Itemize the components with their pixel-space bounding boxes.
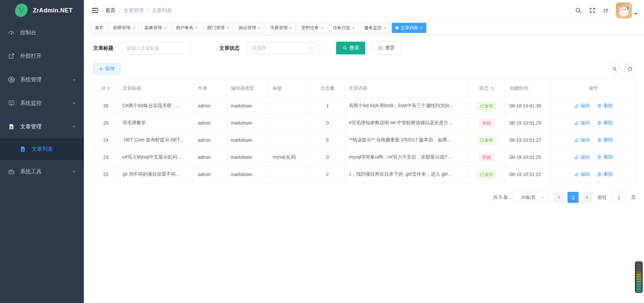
tab-post[interactable]: 岗位管理× (235, 23, 264, 33)
trash-icon (597, 103, 602, 108)
sidebar-item-dashboard[interactable]: 控制台 (0, 21, 84, 44)
sidebar-item-article-admin[interactable]: 文章管理 (0, 115, 84, 138)
sort-icon[interactable] (491, 85, 494, 92)
sort-icon[interactable] (107, 85, 110, 92)
column-header-author: 作者 (194, 80, 227, 97)
user-menu[interactable] (616, 2, 637, 18)
font-size-icon[interactable]: TT (603, 8, 608, 13)
sidebar-collapse-icon[interactable] (91, 7, 99, 14)
sidebar-item-external[interactable]: 外部打开 (0, 44, 84, 68)
tab-menu[interactable]: 菜单管理× (141, 23, 170, 33)
close-icon[interactable]: × (420, 26, 423, 30)
column-header-created: 创建时间 (505, 80, 552, 97)
tab-article-list-active[interactable]: 文章列表× (392, 23, 426, 33)
scroll-indicator[interactable] (635, 261, 643, 293)
navbar-actions: TT (575, 2, 637, 18)
fullscreen-icon[interactable] (589, 7, 596, 14)
delete-button[interactable]: 删除 (597, 154, 613, 160)
search-button[interactable]: 搜索 (336, 42, 365, 54)
edit-button[interactable]: 编辑 (574, 154, 590, 160)
tab-home[interactable]: 首页 (91, 23, 107, 33)
cell-operation: 编辑 删除 (552, 115, 636, 132)
cell-hits: 1 (311, 97, 345, 115)
close-icon[interactable]: × (132, 26, 135, 30)
cell-created: 08-19 10:51:22 (505, 166, 552, 183)
scroll-indicator-stripes (636, 262, 641, 292)
delete-button[interactable]: 删除 (597, 103, 613, 109)
edit-icon (574, 155, 579, 160)
close-icon[interactable]: × (321, 26, 324, 30)
page-size-select[interactable]: 20条/页 (513, 192, 549, 203)
column-header-content: 文章内容 (345, 80, 468, 97)
tab-permission[interactable]: 权限管理× (109, 23, 139, 33)
cell-author: admin (194, 149, 227, 166)
delete-button[interactable]: 删除 (597, 120, 613, 126)
column-header-id[interactable]: id (94, 80, 118, 97)
tab-scheduled-task[interactable]: 定时任务× (298, 23, 327, 33)
column-header-title: 文章标题 (118, 80, 194, 97)
cell-title: .NET Core 发布时提示.NET... (118, 132, 194, 149)
tab-dict[interactable]: 字典管理× (266, 23, 296, 33)
page-number-current[interactable]: 1 (568, 192, 579, 203)
cell-tag: mysql,乱码 (269, 149, 311, 166)
cell-editor: markdown (227, 149, 269, 166)
close-icon[interactable]: × (384, 26, 386, 30)
column-header-editor: 编辑器类型 (227, 80, 269, 97)
delete-button[interactable]: 删除 (597, 171, 613, 177)
edit-button[interactable]: 编辑 (574, 137, 590, 143)
close-icon[interactable]: × (227, 26, 229, 30)
tab-department[interactable]: 部门管理× (204, 23, 233, 33)
sidebar-item-article-list-active[interactable]: 文章列表 (0, 138, 84, 160)
app-title: ZrAdmin.NET (33, 7, 72, 14)
reset-button[interactable]: 重置 (372, 42, 401, 54)
sidebar-item-system-monitor[interactable]: 系统监控 (0, 91, 84, 115)
sidebar-item-label: 系统管理 (20, 76, 72, 83)
svg-text:V: V (19, 6, 24, 15)
goto-page-input[interactable] (611, 192, 626, 203)
tab-service-monitor[interactable]: 服务监控× (361, 23, 390, 33)
search-icon[interactable] (575, 7, 582, 14)
article-status-select[interactable]: 请选择 (248, 42, 319, 54)
cell-hits: 2 (311, 166, 345, 183)
close-icon[interactable]: × (258, 26, 261, 30)
sidebar-item-system-admin[interactable]: 系统管理 (0, 68, 84, 91)
cell-created: 08-19 10:51:29 (505, 115, 552, 132)
show-search-button[interactable] (609, 63, 620, 75)
cell-author: admin (194, 166, 227, 183)
delete-button[interactable]: 删除 (597, 137, 613, 143)
cell-status: 草稿 (468, 115, 505, 132)
edit-button[interactable]: 编辑 (574, 103, 590, 109)
cell-title: 羽毛球教学 (118, 115, 194, 132)
article-status-label: 文章状态 (219, 45, 239, 51)
tab-label: 权限管理 (113, 25, 130, 31)
add-button[interactable]: 新增 (93, 63, 120, 74)
cell-content: mysql字符集utf8，c#写入中文后，全部显示成? ... (345, 149, 468, 166)
prev-page-button[interactable] (553, 192, 565, 203)
close-icon[interactable]: × (164, 26, 167, 30)
cat-avatar-art (616, 2, 632, 18)
column-header-status[interactable]: 状态 (468, 80, 505, 97)
table-row: 22 git 为不同的项目设置不同... admin markdown 2 1，… (94, 166, 636, 183)
chevron-down-icon (310, 46, 314, 50)
breadcrumb-home[interactable]: 首页 (105, 7, 115, 14)
search-form: 文章标题 文章状态 请选择 搜索 重置 (93, 42, 636, 54)
avatar[interactable] (616, 2, 632, 18)
logo[interactable]: V ZrAdmin.NET (0, 0, 84, 21)
refresh-table-button[interactable] (624, 63, 636, 75)
search-button-label: 搜索 (350, 45, 359, 51)
goto-label: 前往 (597, 194, 607, 201)
close-icon[interactable]: × (352, 26, 355, 30)
article-title-input[interactable] (121, 42, 192, 54)
next-page-button[interactable] (582, 192, 593, 203)
edit-button[interactable]: 编辑 (574, 120, 590, 126)
document-icon (8, 123, 15, 130)
close-icon[interactable]: × (195, 26, 198, 30)
edit-icon (574, 121, 579, 125)
tab-user-role[interactable]: 用户角色× (172, 23, 202, 33)
close-icon[interactable]: × (289, 26, 292, 30)
tab-task-log[interactable]: 任务日志× (329, 23, 359, 33)
sidebar-item-system-tools[interactable]: 系统工具 (0, 160, 84, 183)
tab-label: 用户角色 (176, 25, 193, 31)
tab-label: 任务日志 (333, 25, 350, 31)
edit-button[interactable]: 编辑 (574, 171, 590, 177)
